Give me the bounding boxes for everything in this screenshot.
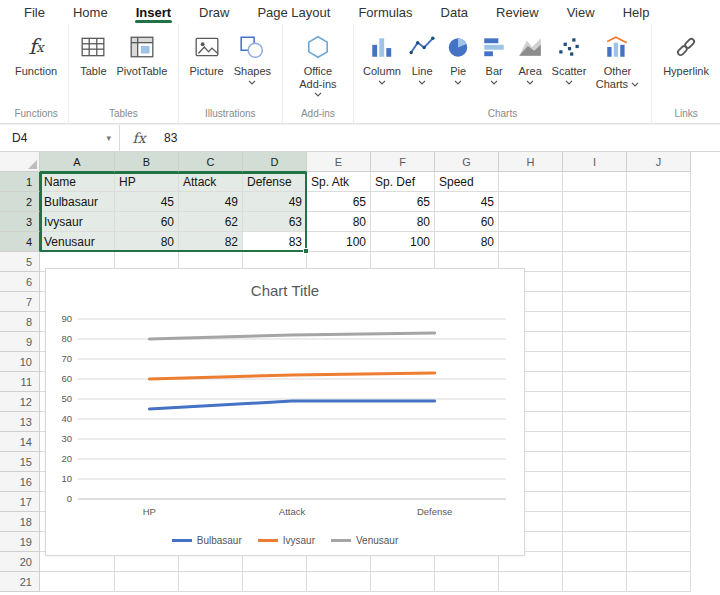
cell-H4[interactable] <box>499 232 563 252</box>
cell-I16[interactable] <box>563 472 627 492</box>
col-header-G[interactable]: G <box>435 152 499 172</box>
row-header-17[interactable]: 17 <box>0 492 40 512</box>
row-header-1[interactable]: 1 <box>0 172 40 192</box>
col-header-I[interactable]: I <box>563 152 627 172</box>
row-header-16[interactable]: 16 <box>0 472 40 492</box>
picture-button[interactable]: Picture <box>185 26 229 80</box>
pie-chart-button[interactable]: Pie <box>440 26 476 87</box>
cell-J15[interactable] <box>627 452 691 472</box>
cell-I7[interactable] <box>563 292 627 312</box>
area-chart-button[interactable]: Area <box>512 26 548 87</box>
cell-F1[interactable]: Sp. Def <box>371 172 435 192</box>
row-header-5[interactable]: 5 <box>0 252 40 272</box>
cell-J7[interactable] <box>627 292 691 312</box>
chevron-down-icon[interactable] <box>490 80 498 85</box>
cell-I2[interactable] <box>563 192 627 212</box>
cell-J1[interactable] <box>627 172 691 192</box>
row-header-10[interactable]: 10 <box>0 352 40 372</box>
cell-D21[interactable] <box>243 572 307 592</box>
cell-I17[interactable] <box>563 492 627 512</box>
cell-I14[interactable] <box>563 432 627 452</box>
cell-H2[interactable] <box>499 192 563 212</box>
row-header-21[interactable]: 21 <box>0 572 40 592</box>
menu-tab-formulas[interactable]: Formulas <box>344 0 426 24</box>
menu-tab-insert[interactable]: Insert <box>122 0 185 24</box>
cell-A1[interactable]: Name <box>40 172 115 192</box>
cell-G21[interactable] <box>435 572 499 592</box>
menu-tab-review[interactable]: Review <box>482 0 553 24</box>
col-header-H[interactable]: H <box>499 152 563 172</box>
cell-J18[interactable] <box>627 512 691 532</box>
cell-G4[interactable]: 80 <box>435 232 499 252</box>
cell-C1[interactable]: Attack <box>179 172 243 192</box>
cell-B1[interactable]: HP <box>115 172 179 192</box>
pivot-table-button[interactable]: PivotTable <box>112 26 172 80</box>
cell-A3[interactable]: Ivysaur <box>40 212 115 232</box>
cell-B21[interactable] <box>115 572 179 592</box>
menu-tab-page-layout[interactable]: Page Layout <box>243 0 344 24</box>
cell-I18[interactable] <box>563 512 627 532</box>
chevron-down-icon[interactable] <box>314 92 322 97</box>
cell-C4[interactable]: 82 <box>179 232 243 252</box>
row-header-14[interactable]: 14 <box>0 432 40 452</box>
cell-J6[interactable] <box>627 272 691 292</box>
cell-I8[interactable] <box>563 312 627 332</box>
col-header-C[interactable]: C <box>179 152 243 172</box>
cell-J16[interactable] <box>627 472 691 492</box>
fill-handle[interactable] <box>303 248 309 254</box>
cell-J3[interactable] <box>627 212 691 232</box>
col-header-B[interactable]: B <box>115 152 179 172</box>
cell-I10[interactable] <box>563 352 627 372</box>
row-header-9[interactable]: 9 <box>0 332 40 352</box>
cell-I5[interactable] <box>563 252 627 272</box>
row-header-19[interactable]: 19 <box>0 532 40 552</box>
cell-D1[interactable]: Defense <box>243 172 307 192</box>
bar-chart-button[interactable]: Bar <box>476 26 512 87</box>
cell-A4[interactable]: Venusaur <box>40 232 115 252</box>
table-button[interactable]: Table <box>75 26 111 80</box>
col-header-D[interactable]: D <box>243 152 307 172</box>
cell-J17[interactable] <box>627 492 691 512</box>
cell-G3[interactable]: 60 <box>435 212 499 232</box>
cell-I15[interactable] <box>563 452 627 472</box>
row-header-20[interactable]: 20 <box>0 552 40 572</box>
cell-G1[interactable]: Speed <box>435 172 499 192</box>
cell-B4[interactable]: 80 <box>115 232 179 252</box>
chevron-down-icon[interactable] <box>565 80 573 85</box>
menu-tab-file[interactable]: File <box>10 0 59 24</box>
cell-E4[interactable]: 100 <box>307 232 371 252</box>
menu-tab-draw[interactable]: Draw <box>185 0 243 24</box>
select-all-corner[interactable] <box>0 152 40 172</box>
chevron-down-icon[interactable] <box>454 80 462 85</box>
row-header-12[interactable]: 12 <box>0 392 40 412</box>
col-header-F[interactable]: F <box>371 152 435 172</box>
cell-J10[interactable] <box>627 352 691 372</box>
cell-I12[interactable] <box>563 392 627 412</box>
row-header-11[interactable]: 11 <box>0 372 40 392</box>
cell-I21[interactable] <box>563 572 627 592</box>
column-chart-button[interactable]: Column <box>360 26 404 87</box>
cell-J2[interactable] <box>627 192 691 212</box>
cell-J14[interactable] <box>627 432 691 452</box>
cell-F3[interactable]: 80 <box>371 212 435 232</box>
menu-tab-data[interactable]: Data <box>427 0 482 24</box>
cell-I20[interactable] <box>563 552 627 572</box>
name-box[interactable]: D4 ▾ <box>0 125 120 151</box>
cell-J20[interactable] <box>627 552 691 572</box>
cell-I4[interactable] <box>563 232 627 252</box>
cell-J11[interactable] <box>627 372 691 392</box>
formula-input[interactable]: 83 <box>158 125 720 151</box>
cell-J12[interactable] <box>627 392 691 412</box>
cell-C2[interactable]: 49 <box>179 192 243 212</box>
row-header-3[interactable]: 3 <box>0 212 40 232</box>
cell-B3[interactable]: 60 <box>115 212 179 232</box>
cell-J5[interactable] <box>627 252 691 272</box>
cell-I1[interactable] <box>563 172 627 192</box>
menu-tab-help[interactable]: Help <box>609 0 664 24</box>
row-header-2[interactable]: 2 <box>0 192 40 212</box>
chevron-down-icon[interactable] <box>418 80 426 85</box>
function-button[interactable]: fx Function <box>10 26 62 80</box>
insert-function-button[interactable]: fx <box>120 125 158 151</box>
line-chart-button[interactable]: Line <box>404 26 440 87</box>
cell-F21[interactable] <box>371 572 435 592</box>
